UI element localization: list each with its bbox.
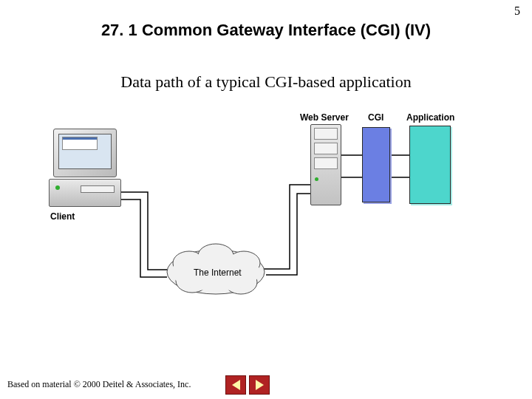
slide-number: 5 xyxy=(514,4,520,18)
web-server-icon xyxy=(310,124,341,205)
arrow-left-icon xyxy=(232,380,240,390)
client-computer-icon xyxy=(49,179,121,207)
application-label: Application xyxy=(406,112,454,123)
footer-credit: Based on material © 2000 Deitel & Associ… xyxy=(7,379,191,390)
web-server-label: Web Server xyxy=(300,112,349,123)
next-slide-button[interactable] xyxy=(249,375,270,395)
slide-title: 27. 1 Common Gateway Interface (CGI) (IV… xyxy=(0,21,532,40)
client-label: Client xyxy=(50,211,75,222)
cgi-label: CGI xyxy=(368,112,383,123)
prev-slide-button[interactable] xyxy=(225,375,246,395)
application-box-icon xyxy=(409,126,451,204)
cgi-data-path-diagram: Client The Internet Web Server CGI Appli… xyxy=(44,111,488,310)
client-monitor-icon xyxy=(53,129,117,177)
arrow-right-icon xyxy=(256,380,264,390)
nav-buttons xyxy=(225,375,270,395)
slide-subtitle: Data path of a typical CGI-based applica… xyxy=(0,72,532,92)
cgi-box-icon xyxy=(362,127,390,202)
internet-label: The Internet xyxy=(194,267,242,278)
